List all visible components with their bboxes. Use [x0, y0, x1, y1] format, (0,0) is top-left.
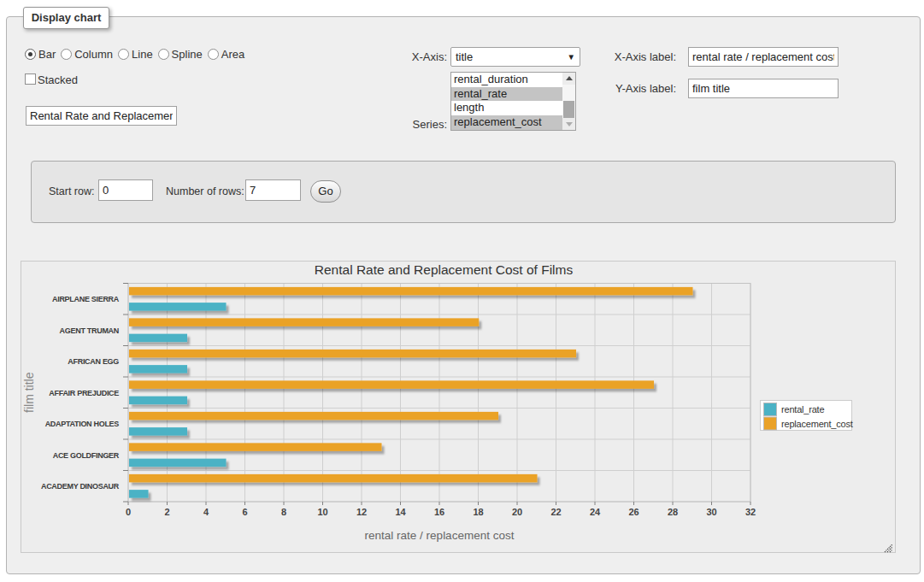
x-tick-label: 28 — [668, 507, 678, 517]
stacked-label: Stacked — [38, 73, 78, 86]
chart-type-option-line[interactable]: Line — [118, 48, 153, 61]
bar-rental_rate[interactable] — [129, 397, 187, 405]
x-tick-label: 22 — [550, 507, 561, 517]
category-label: ACADEMY DINOSAUR — [41, 482, 120, 491]
radio-label: Line — [132, 48, 153, 61]
x-tick-label: 8 — [281, 507, 286, 517]
chart-title-input[interactable] — [26, 106, 177, 126]
number-of-rows-label: Number of rows: — [166, 185, 244, 197]
series-label: Series: — [376, 118, 447, 131]
bar-replacement_cost[interactable] — [129, 318, 479, 326]
radio-icon[interactable] — [118, 49, 129, 60]
x-tick-label: 20 — [512, 507, 522, 517]
series-option-rental_duration[interactable]: rental_duration — [451, 73, 562, 87]
chart-type-option-area[interactable]: Area — [208, 48, 244, 61]
x-axis-select-label: X-Axis: — [376, 50, 447, 63]
x-tick-label: 16 — [434, 507, 444, 517]
chart-container: AIRPLANE SIERRAAGENT TRUMANAFRICAN EGGAF… — [21, 261, 896, 553]
bar-replacement_cost[interactable] — [129, 443, 382, 451]
x-axis-select-value: title — [456, 50, 473, 63]
bar-rental_rate[interactable] — [129, 334, 187, 343]
bar-replacement_cost[interactable] — [129, 412, 498, 420]
category-label: AFFAIR PREJUDICE — [49, 389, 119, 397]
bar-rental_rate[interactable] — [129, 427, 187, 436]
radio-icon[interactable] — [208, 49, 219, 60]
x-axis-title: rental rate / replacement cost — [365, 529, 515, 542]
legend-label-replacement_cost: replacement_cost — [781, 419, 853, 429]
scroll-up-icon — [566, 76, 573, 80]
x-axis-label-input[interactable] — [688, 47, 839, 67]
radio-label: Area — [221, 48, 244, 61]
category-label: ADAPTATION HOLES — [45, 420, 120, 428]
x-axis-label-label: X-Axis label: — [598, 50, 676, 63]
stacked-checkbox[interactable] — [25, 73, 36, 85]
category-label: AFRICAN EGG — [68, 357, 119, 366]
chart-type-option-bar[interactable]: Bar — [25, 48, 56, 61]
radio-icon[interactable] — [158, 49, 169, 60]
chart-legend: rental_ratereplacement_cost — [761, 401, 853, 431]
x-tick-label: 10 — [317, 507, 327, 517]
x-tick-label: 2 — [164, 507, 169, 517]
bar-chart: AIRPLANE SIERRAAGENT TRUMANAFRICAN EGGAF… — [21, 262, 895, 552]
x-tick-label: 14 — [395, 507, 406, 517]
x-axis-select[interactable]: title ▼ — [450, 47, 580, 67]
legend-swatch-rental_rate — [764, 403, 777, 416]
bar-rental_rate[interactable] — [129, 365, 187, 373]
row-controls-panel — [31, 161, 896, 223]
chart-type-option-spline[interactable]: Spline — [158, 48, 203, 61]
scroll-down-button[interactable] — [562, 118, 575, 130]
bar-rental_rate[interactable] — [129, 459, 227, 467]
x-tick-label: 4 — [203, 507, 209, 517]
go-button[interactable]: Go — [310, 180, 341, 203]
y-axis-label-input[interactable] — [688, 79, 839, 98]
chart-type-option-column[interactable]: Column — [61, 48, 113, 61]
bar-rental_rate[interactable] — [129, 303, 227, 311]
bar-rental_rate[interactable] — [129, 490, 149, 498]
x-tick-label: 12 — [356, 507, 367, 517]
scrollbar-thumb[interactable] — [563, 101, 574, 119]
fieldset-legend: Display chart — [23, 7, 109, 29]
scroll-up-button[interactable] — [562, 73, 575, 85]
x-tick-label: 24 — [590, 507, 601, 517]
x-tick-label: 32 — [745, 507, 756, 517]
x-tick-label: 30 — [706, 507, 716, 517]
series-option-rental_rate[interactable]: rental_rate — [451, 87, 562, 102]
radio-icon[interactable] — [25, 49, 36, 60]
start-row-label: Start row: — [49, 185, 95, 197]
legend-swatch-replacement_cost — [764, 417, 777, 430]
series-option-length[interactable]: length — [451, 101, 562, 115]
chart-type-radio-group: BarColumnLineSplineArea — [25, 48, 244, 60]
bar-replacement_cost[interactable] — [129, 380, 654, 389]
bar-replacement_cost[interactable] — [129, 287, 693, 296]
x-tick-label: 0 — [126, 507, 131, 517]
chart-title: Rental Rate and Replacement Cost of Film… — [315, 262, 574, 277]
x-tick-label: 26 — [628, 507, 639, 517]
x-tick-label: 6 — [242, 507, 247, 517]
radio-label: Bar — [38, 48, 56, 61]
bar-replacement_cost[interactable] — [129, 474, 538, 483]
page: { "fieldset": { "legend": "Display chart… — [0, 0, 924, 582]
x-tick-label: 18 — [473, 507, 483, 517]
number-of-rows-input[interactable] — [245, 179, 301, 201]
bar-replacement_cost[interactable] — [129, 350, 576, 358]
category-label: AGENT TRUMAN — [60, 326, 119, 335]
y-axis-title: film title — [22, 372, 36, 413]
series-listbox[interactable]: rental_durationrental_ratelengthreplacem… — [450, 72, 576, 131]
series-option-replacement_cost[interactable]: replacement_cost — [451, 115, 562, 130]
legend-label-rental_rate: rental_rate — [781, 404, 824, 414]
resize-handle-icon[interactable] — [884, 541, 893, 550]
y-axis-label-label: Y-Axis label: — [598, 82, 676, 95]
radio-icon[interactable] — [61, 49, 72, 60]
radio-label: Spline — [172, 48, 203, 61]
listbox-scrollbar[interactable] — [562, 73, 575, 130]
category-label: ACE GOLDFINGER — [53, 451, 120, 460]
chevron-down-icon: ▼ — [568, 48, 575, 66]
radio-label: Column — [74, 48, 113, 61]
start-row-input[interactable] — [98, 179, 153, 201]
scroll-down-icon — [566, 122, 573, 126]
category-label: AIRPLANE SIERRA — [52, 295, 120, 303]
